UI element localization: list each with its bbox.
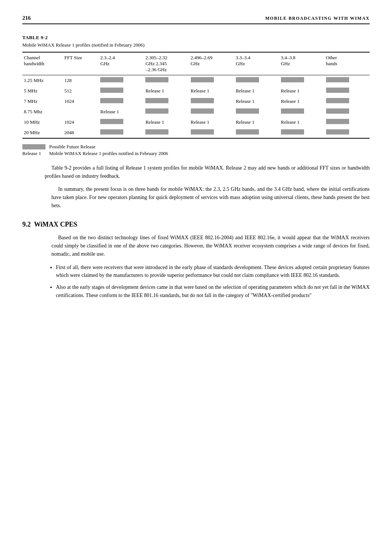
gray-bar [191,77,214,82]
cell-bandwidth: 5 MHz [22,86,63,96]
cell-c3 [189,107,234,117]
cell-fft: 2048 [63,127,99,138]
gray-bar [326,108,349,114]
table-row: 10 MHz1024Release 1Release 1Release 1Rel… [22,117,370,127]
gray-bar [191,108,214,114]
paragraph-2: In summary, the present focus is on thre… [51,185,370,209]
cell-c4 [234,75,279,86]
cell-c6 [325,127,370,138]
gray-bar [145,77,168,82]
gray-bar [100,129,123,135]
gray-bar [281,77,304,82]
cell-c5 [279,107,325,117]
cell-fft: 512 [63,86,99,96]
cell-c5 [279,127,325,138]
col-header-c2: 2.305–2.32GHz 2.345–2.36 GHz [144,52,189,75]
gray-bar [326,98,349,103]
gray-bar [100,88,123,93]
gray-bar [191,129,214,135]
cell-c1 [99,75,144,86]
legend-section: Possible Future Release Release 1 Mobile… [22,144,370,157]
cell-c4 [234,107,279,117]
page: 216 MOBILE BROADCASTING WITH WiMAX TABLE… [0,0,392,559]
cell-c4: Release 1 [234,117,279,127]
cell-c2: Release 1 [144,117,189,127]
table-row: 7 MHz1024Release 1Release 1 [22,96,370,107]
cell-c6 [325,107,370,117]
cell-c4: Release 1 [234,86,279,96]
table-row: 8.75 MhzRelease 1 [22,107,370,117]
page-header: 216 MOBILE BROADCASTING WITH WiMAX [22,15,370,24]
cell-c5 [279,75,325,86]
page-number: 216 [22,15,31,21]
gray-bar [236,129,259,135]
gray-bar [191,98,214,103]
gray-bar [326,77,349,82]
main-table: Channelbandwidth FFT Size 2.3–2.4GHz 2.3… [22,52,370,139]
table-row: 20 MHz2048 [22,127,370,138]
col-header-fft: FFT Size [63,52,99,75]
cell-bandwidth: 7 MHz [22,96,63,107]
cell-fft [63,107,99,117]
cell-c3: Release 1 [189,86,234,96]
cell-bandwidth: 1.25 MHz [22,75,63,86]
table-caption: Mobile WiMAX Release 1 profiles (notifie… [22,42,370,48]
cell-c2 [144,107,189,117]
cell-c1 [99,117,144,127]
bullet-list: First of all, there were receivers that … [56,263,370,300]
legend-release-text: Mobile WiMAX Release 1 profiles notified… [49,151,168,157]
cell-c3 [189,75,234,86]
legend-future-row: Possible Future Release [22,144,370,150]
cell-c3: Release 1 [189,117,234,127]
gray-bar [100,119,123,124]
cell-c5: Release 1 [279,86,325,96]
cell-c5: Release 1 [279,96,325,107]
cell-c5: Release 1 [279,117,325,127]
cell-c6 [325,96,370,107]
cell-fft: 128 [63,75,99,86]
table-label: TABLE 9-2 [22,35,370,41]
paragraph-3: Based on the two distinct technology lin… [51,234,370,258]
legend-bar [22,144,45,149]
section-heading: 9.2 WiMAX CPES [22,221,370,228]
paragraph-1: Table 9-2 provides a full listing of Rel… [45,164,370,180]
cell-bandwidth: 10 MHz [22,117,63,127]
cell-fft: 1024 [63,117,99,127]
bullet-item-2: Also at the early stages of development … [56,283,370,299]
table-row: 5 MHz512Release 1Release 1Release 1Relea… [22,86,370,96]
col-header-c1: 2.3–2.4GHz [99,52,144,75]
cell-c2: Release 1 [144,86,189,96]
cell-c6 [325,75,370,86]
legend-release-key: Release 1 [22,151,49,157]
gray-bar [326,88,349,93]
cell-c1: Release 1 [99,107,144,117]
cell-bandwidth: 20 MHz [22,127,63,138]
gray-bar [281,129,304,135]
cell-c6 [325,86,370,96]
cell-c4 [234,127,279,138]
cell-c2 [144,75,189,86]
cell-c1 [99,127,144,138]
cell-c6 [325,117,370,127]
bullet-item-1: First of all, there were receivers that … [56,263,370,280]
cell-c2 [144,96,189,107]
gray-bar [236,77,259,82]
cell-c2 [144,127,189,138]
gray-bar [145,129,168,135]
gray-bar [100,98,123,103]
cell-c4: Release 1 [234,96,279,107]
col-header-c4: 3.3–3.4GHz [234,52,279,75]
cell-c3 [189,127,234,138]
cell-fft: 1024 [63,96,99,107]
page-title: MOBILE BROADCASTING WITH WiMAX [265,16,370,21]
gray-bar [100,77,123,82]
cell-c1 [99,96,144,107]
gray-bar [281,108,304,114]
gray-bar [326,119,349,124]
gray-bar [326,129,349,135]
section-title: WiMAX CPES [34,221,77,228]
gray-bar [145,98,168,103]
col-header-c5: 3.4–3.8GHz [279,52,325,75]
legend-future-label: Possible Future Release [49,144,95,150]
gray-bar [145,108,168,114]
